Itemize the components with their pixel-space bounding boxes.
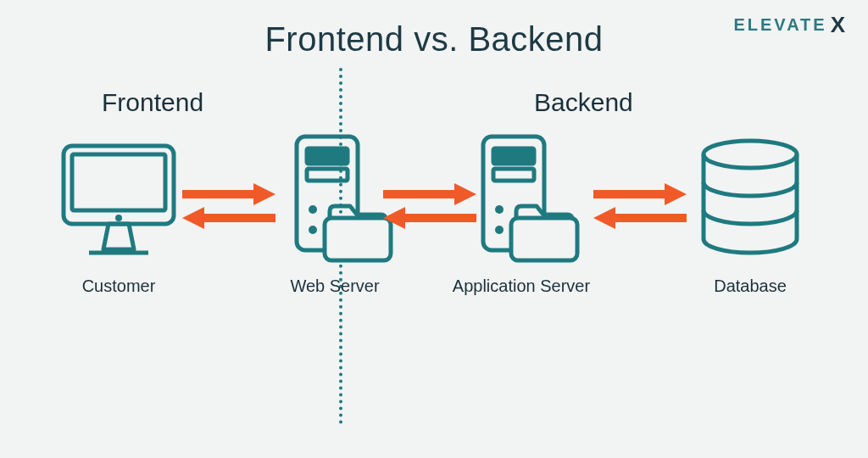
node-webserver-label: Web Server [263, 276, 407, 296]
svg-rect-1 [72, 154, 165, 210]
svg-rect-20 [493, 169, 534, 181]
svg-marker-17 [383, 207, 405, 229]
svg-rect-14 [383, 190, 454, 198]
node-appserver: Application Server [449, 136, 593, 296]
svg-point-22 [495, 226, 504, 234]
node-database-label: Database [678, 276, 822, 296]
svg-rect-19 [493, 148, 534, 164]
node-customer-label: Customer [47, 276, 191, 296]
brand-text: ELEVATE [733, 15, 826, 35]
node-customer: Customer [47, 136, 191, 296]
brand-logo: ELEVATE X [733, 12, 848, 38]
svg-point-11 [309, 205, 317, 214]
section-label-backend: Backend [534, 88, 633, 117]
database-icon [678, 136, 822, 263]
svg-rect-10 [307, 169, 348, 181]
svg-rect-26 [615, 214, 687, 222]
server-folder-icon [449, 136, 593, 263]
section-label-frontend: Frontend [102, 88, 203, 117]
svg-rect-13 [325, 218, 391, 260]
flow-customer-webserver [182, 176, 275, 236]
svg-marker-7 [182, 207, 204, 229]
svg-rect-24 [593, 190, 665, 198]
svg-rect-9 [307, 148, 348, 164]
architecture-row: Customer [0, 136, 868, 339]
svg-point-12 [309, 226, 317, 234]
node-database: Database [678, 136, 822, 296]
diagram-canvas: Frontend vs. Backend ELEVATE X Frontend … [0, 0, 868, 458]
svg-marker-27 [593, 207, 615, 229]
svg-point-2 [115, 215, 122, 221]
svg-point-21 [495, 205, 504, 214]
node-appserver-label: Application Server [449, 276, 593, 296]
brand-x-icon: X [831, 12, 848, 38]
flow-appserver-database [593, 176, 687, 236]
svg-point-28 [704, 141, 797, 168]
svg-rect-23 [511, 218, 577, 260]
svg-rect-4 [182, 190, 253, 198]
monitor-icon [47, 136, 191, 263]
